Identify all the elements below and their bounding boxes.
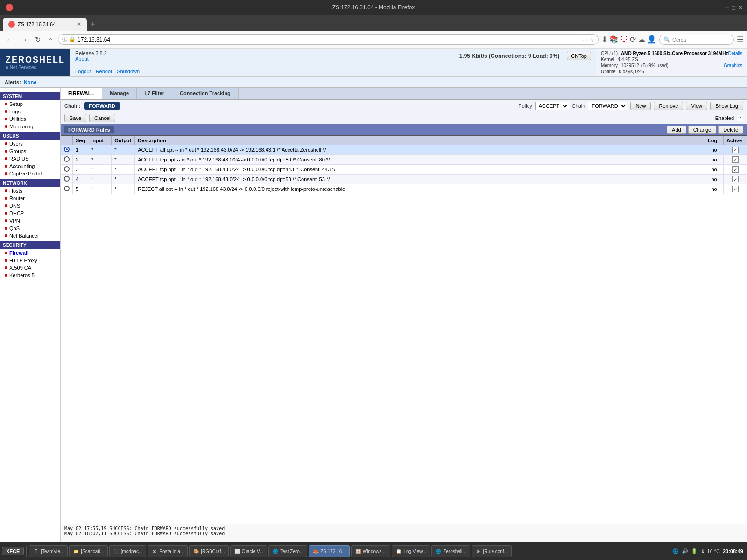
add-btn[interactable]: Add xyxy=(667,126,686,134)
taskbar-item[interactable]: 🎨[RGBCraf... xyxy=(189,545,229,557)
taskbar-item[interactable]: 🌐Test Zero... xyxy=(268,545,307,557)
sidebar-item-x509-ca[interactable]: X.509 CA xyxy=(0,264,60,272)
window-controls[interactable]: ─ □ ✕ xyxy=(725,4,743,11)
taskbar-item[interactable]: ⚙[Rule conf... xyxy=(472,545,512,557)
row-active-checkbox[interactable] xyxy=(732,166,739,173)
sidebar-item-kerberos[interactable]: Kerberos 5 xyxy=(0,272,60,279)
home-btn[interactable]: ⌂ xyxy=(46,35,55,44)
taskbar-item[interactable]: 🪟Windows ... xyxy=(351,545,391,557)
tab-connection-tracking[interactable]: Connection Tracking xyxy=(172,88,239,99)
sidebar-item-setup[interactable]: Setup xyxy=(0,100,60,108)
table-row[interactable]: 2 * * ACCEPT tcp opt -- in * out * 192.1… xyxy=(61,155,747,165)
reload-btn[interactable]: ↻ xyxy=(33,35,43,45)
sync-icon[interactable]: ☁ xyxy=(638,35,645,44)
taskbar-item[interactable]: T[TeamVie... xyxy=(29,545,68,557)
sidebar-item-captive-portal[interactable]: Captive Portal xyxy=(0,170,60,177)
delete-btn[interactable]: Delete xyxy=(718,126,743,134)
sidebar-item-users[interactable]: Users xyxy=(0,140,60,147)
reboot-link[interactable]: Reboot xyxy=(96,69,112,74)
row-radio[interactable] xyxy=(64,186,70,191)
search-input[interactable] xyxy=(672,37,730,42)
row-active-checkbox[interactable] xyxy=(732,156,739,163)
table-row[interactable]: 1 * * ACCEPT all opt -- in * out * 192.1… xyxy=(61,145,747,155)
cancel-btn[interactable]: Cancel xyxy=(89,114,115,122)
details-link[interactable]: Details xyxy=(728,51,742,56)
bookmark-icon[interactable]: ☆ xyxy=(589,36,594,43)
sidebar-item-monitoring[interactable]: Monitoring xyxy=(0,123,60,130)
search-box[interactable]: 🔍 xyxy=(659,35,734,45)
row-radio[interactable] xyxy=(64,176,70,182)
sidebar-item-radius[interactable]: RADIUS xyxy=(0,155,60,162)
tab-l7filter[interactable]: L7 Filter xyxy=(137,88,172,99)
back-btn[interactable]: ← xyxy=(4,35,15,44)
row-active-checkbox[interactable] xyxy=(732,186,739,192)
table-row[interactable]: 5 * * REJECT all opt -- in * out * 192.1… xyxy=(61,184,747,194)
row-radio-cell[interactable] xyxy=(61,165,73,175)
row-active[interactable] xyxy=(724,145,747,155)
chain-select[interactable]: FORWARD INPUT OUTPUT xyxy=(588,102,627,110)
taskbar-start-btn[interactable]: XFCE xyxy=(2,547,24,555)
sidebar-item-accounting[interactable]: Accounting xyxy=(0,162,60,170)
maximize-btn[interactable]: □ xyxy=(732,4,735,11)
taskbar-item[interactable]: 🦊ZS:172.16... xyxy=(309,545,349,557)
minimize-btn[interactable]: ─ xyxy=(725,4,729,11)
row-active-checkbox[interactable] xyxy=(732,176,739,182)
sidebar-item-dns[interactable]: DNS xyxy=(0,202,60,210)
sidebar-item-http-proxy[interactable]: HTTP Proxy xyxy=(0,257,60,264)
sidebar-item-net-balancer[interactable]: Net Balancer xyxy=(0,232,60,239)
taskbar-item[interactable]: 🌐Zeroshell... xyxy=(431,545,470,557)
sidebar-item-groups[interactable]: Groups xyxy=(0,147,60,155)
sidebar-item-dhcp[interactable]: DHCP xyxy=(0,210,60,217)
view-btn[interactable]: View xyxy=(686,102,707,110)
row-active-checkbox[interactable] xyxy=(732,147,739,153)
row-radio-cell[interactable] xyxy=(61,155,73,165)
row-radio-cell[interactable] xyxy=(61,175,73,184)
browser-tab-active[interactable]: ZS:172.16.31.64 ✕ xyxy=(3,18,87,31)
row-active[interactable] xyxy=(724,175,747,184)
change-btn[interactable]: Change xyxy=(688,126,717,134)
taskbar-item[interactable]: ⬜Oracle V... xyxy=(230,545,267,557)
new-tab-btn[interactable]: + xyxy=(88,18,99,31)
taskbar-item[interactable]: 📁[Scaricati... xyxy=(69,545,107,557)
forward-btn[interactable]: → xyxy=(18,35,30,44)
enabled-checkbox[interactable] xyxy=(737,115,743,121)
about-link[interactable]: About xyxy=(75,56,89,62)
download-icon[interactable]: ⬇ xyxy=(601,35,607,44)
row-radio-cell[interactable] xyxy=(61,145,73,155)
cntop-btn[interactable]: CNTop xyxy=(567,52,591,60)
sidebar-item-router[interactable]: Router xyxy=(0,195,60,202)
row-radio[interactable] xyxy=(64,147,70,152)
row-radio[interactable] xyxy=(64,156,70,162)
close-btn[interactable]: ✕ xyxy=(738,4,743,11)
tab-firewall[interactable]: FIREWALL xyxy=(61,88,102,99)
shutdown-link[interactable]: Shutdown xyxy=(117,69,140,74)
row-radio[interactable] xyxy=(64,166,70,172)
sidebar-item-hosts[interactable]: Hosts xyxy=(0,187,60,195)
row-radio-cell[interactable] xyxy=(61,184,73,194)
row-active[interactable] xyxy=(724,155,747,165)
new-btn[interactable]: New xyxy=(630,102,651,110)
sidebar-item-firewall[interactable]: Firewall xyxy=(0,249,60,257)
table-row[interactable]: 4 * * ACCEPT tcp opt -- in * out * 192.1… xyxy=(61,175,747,184)
menu-icon[interactable]: ☰ xyxy=(737,35,743,44)
avatar-icon[interactable]: 👤 xyxy=(647,35,656,44)
taskbar-item[interactable]: ✉Posta in a... xyxy=(148,545,188,557)
graphics-link[interactable]: Graphics xyxy=(724,63,742,68)
sidebar-item-logs[interactable]: Logs xyxy=(0,108,60,115)
sidebar-item-vpn[interactable]: VPN xyxy=(0,217,60,224)
remove-btn[interactable]: Remove xyxy=(654,102,683,110)
tab-close-btn[interactable]: ✕ xyxy=(77,21,81,28)
taskbar-item[interactable]: ⬛[modpac... xyxy=(109,545,147,557)
policy-select[interactable]: ACCEPT DROP REJECT xyxy=(535,102,569,110)
url-input[interactable]: 172.16.31.64 xyxy=(78,36,581,43)
table-row[interactable]: 3 * * ACCEPT tcp opt -- in * out * 192.1… xyxy=(61,165,747,175)
refresh2-icon[interactable]: ⟳ xyxy=(630,35,636,44)
save-btn[interactable]: Save xyxy=(64,114,86,122)
sidebar-item-utilities[interactable]: Utilities xyxy=(0,115,60,123)
tab-manage[interactable]: Manage xyxy=(102,88,137,99)
bookmarks-icon[interactable]: 📚 xyxy=(609,35,619,44)
sidebar-item-qos[interactable]: QoS xyxy=(0,224,60,232)
taskbar-item[interactable]: 📋Log View... xyxy=(392,545,430,557)
logout-link[interactable]: Logout xyxy=(75,69,91,74)
row-active[interactable] xyxy=(724,184,747,194)
